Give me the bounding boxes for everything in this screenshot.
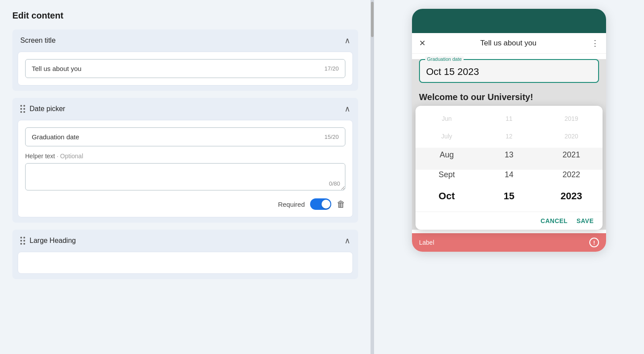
welcome-text-area: Welcome to our University!: [412, 88, 606, 106]
day-column: 11 12 13 14 15 16 17 18 19: [478, 110, 540, 207]
large-heading-header[interactable]: Large Heading ∧: [12, 230, 358, 252]
page-title: Edit content: [12, 11, 358, 21]
scrollbar-thumb[interactable]: [371, 2, 374, 37]
drag-row-3: [20, 111, 25, 113]
helper-text-optional: · Optional: [57, 153, 83, 160]
cancel-button[interactable]: CANCEL: [541, 217, 568, 224]
drag-dot: [23, 240, 25, 242]
screen-title-label: Screen title: [20, 37, 56, 45]
panel-divider: [371, 0, 374, 354]
date-picker-chevron-icon: ∧: [344, 104, 350, 114]
required-label: Required: [278, 201, 305, 208]
month-column: Jun July Aug Sept Oct Nov Dec: [416, 110, 478, 207]
phone-preview: ✕ Tell us about you ⋮ Graduation date Oc…: [412, 9, 606, 252]
large-heading-body: [18, 252, 353, 274]
graduation-date-label: Graduation date: [425, 56, 464, 62]
screen-title-chevron-icon: ∧: [344, 36, 350, 45]
date-picker-columns: Jun July Aug Sept Oct Nov Dec 11 12 13 1…: [416, 106, 603, 212]
month-item: Jun: [416, 110, 478, 128]
toolbar-title: Tell us about you: [480, 39, 537, 48]
graduation-date-value: Oct 15 2023: [426, 66, 592, 78]
drag-dot: [20, 237, 22, 238]
welcome-text: Welcome to our University!: [419, 92, 533, 102]
year-item: 2019: [540, 110, 603, 128]
required-row: Required 🗑: [25, 198, 345, 210]
toggle-track: [310, 198, 331, 210]
day-item: 11: [478, 110, 540, 128]
screen-title-body: 17/20: [18, 52, 353, 86]
date-picker-label-char-count: 15/20: [324, 134, 339, 140]
month-item-selected: Oct: [416, 185, 478, 207]
screen-title-input-wrapper: 17/20: [25, 59, 345, 78]
drag-dot: [20, 111, 22, 113]
more-icon[interactable]: ⋮: [591, 38, 599, 48]
helper-text-input[interactable]: [25, 163, 345, 190]
drag-dot: [20, 243, 22, 245]
drag-dot: [20, 105, 22, 107]
day-item-selected: 15: [478, 185, 540, 207]
year-item: 2021: [540, 145, 603, 165]
drag-row-2: [20, 108, 25, 110]
date-picker-label-input-wrapper: 15/20: [25, 127, 345, 146]
drag-dot: [23, 237, 25, 238]
date-picker-popup: Jun July Aug Sept Oct Nov Dec 11 12 13 1…: [416, 106, 603, 230]
helper-char-count: 0/80: [329, 180, 340, 187]
save-button[interactable]: SAVE: [577, 217, 594, 224]
helper-input-wrapper: 0/80: [25, 163, 345, 192]
close-icon[interactable]: ✕: [419, 38, 426, 48]
date-picker-header-left: Date picker: [20, 105, 65, 113]
large-heading-header-left: Large Heading: [20, 237, 76, 245]
bottom-bar-label: Label: [419, 239, 434, 246]
phone-toolbar: ✕ Tell us about you ⋮: [412, 33, 606, 54]
date-picker-body: 15/20 Helper text · Optional 0/80 Requir…: [18, 120, 353, 217]
large-heading-section: Large Heading ∧: [12, 230, 358, 279]
right-panel: ✕ Tell us about you ⋮ Graduation date Oc…: [374, 0, 644, 354]
day-item: 12: [478, 128, 540, 145]
drag-dot: [23, 111, 25, 113]
drag-row-2: [20, 240, 25, 242]
screen-title-header[interactable]: Screen title ∧: [12, 30, 358, 52]
graduation-date-field[interactable]: Graduation date Oct 15 2023: [419, 59, 599, 83]
date-picker-header[interactable]: Date picker ∧: [12, 98, 358, 120]
screen-title-char-count: 17/20: [324, 65, 339, 72]
drag-dot: [20, 240, 22, 242]
helper-text-label: Helper text · Optional: [25, 153, 345, 160]
year-item-selected: 2023: [540, 185, 603, 207]
date-picker-actions: CANCEL SAVE: [416, 212, 603, 230]
drag-dot: [23, 243, 25, 245]
phone-content-area: Graduation date Oct 15 2023 Welcome to o…: [412, 59, 606, 230]
phone-header: [412, 9, 606, 33]
month-item: Aug: [416, 145, 478, 165]
delete-icon[interactable]: 🗑: [337, 199, 345, 209]
year-item: 2022: [540, 165, 603, 185]
drag-row-3: [20, 243, 25, 245]
date-picker-section: Date picker ∧ 15/20 Helper text · Option…: [12, 98, 358, 223]
drag-dot: [23, 105, 25, 107]
month-item: July: [416, 128, 478, 145]
drag-row-1: [20, 237, 25, 238]
warning-icon: !: [589, 238, 599, 247]
left-panel: Edit content Screen title ∧ 17/20: [0, 0, 371, 354]
drag-dot: [20, 108, 22, 110]
date-picker-label: Date picker: [30, 105, 65, 113]
screen-title-section: Screen title ∧ 17/20: [12, 30, 358, 91]
large-heading-label: Large Heading: [30, 237, 76, 245]
month-item: Sept: [416, 165, 478, 185]
required-toggle[interactable]: [310, 198, 331, 210]
day-item: 13: [478, 145, 540, 165]
drag-dot: [23, 108, 25, 110]
screen-title-input[interactable]: [32, 65, 321, 72]
day-item: 14: [478, 165, 540, 185]
large-heading-drag-handle-icon[interactable]: [20, 237, 25, 245]
drag-handle-icon[interactable]: [20, 105, 25, 113]
year-column: 2019 2020 2021 2022 2023 2024 2025 2026 …: [540, 110, 603, 207]
phone-bottom-bar: Label !: [412, 233, 606, 252]
date-picker-label-input[interactable]: [32, 133, 321, 141]
toggle-thumb: [322, 200, 330, 209]
drag-row-1: [20, 105, 25, 107]
screen-title-header-left: Screen title: [20, 37, 56, 45]
year-item: 2020: [540, 128, 603, 145]
large-heading-chevron-icon: ∧: [344, 236, 350, 246]
